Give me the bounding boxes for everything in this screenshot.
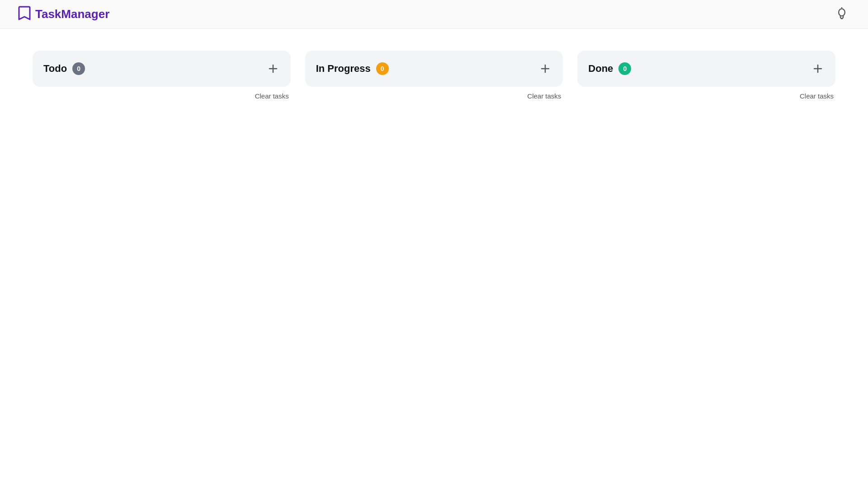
main-content: Todo 0 Clear tasks In Progress 0 bbox=[0, 29, 868, 122]
add-task-button-inprogress[interactable] bbox=[538, 62, 552, 75]
add-task-button-todo[interactable] bbox=[266, 62, 280, 75]
column-header-left-done: Done 0 bbox=[588, 62, 631, 75]
column-todo: Todo 0 Clear tasks bbox=[33, 51, 291, 100]
column-header-left-todo: Todo 0 bbox=[43, 62, 85, 75]
column-badge-done: 0 bbox=[618, 62, 631, 75]
svg-point-0 bbox=[839, 9, 845, 16]
column-badge-todo: 0 bbox=[72, 62, 85, 75]
column-card-inprogress: In Progress 0 bbox=[305, 51, 563, 87]
task-columns: Todo 0 Clear tasks In Progress 0 bbox=[33, 51, 835, 100]
column-card-done: Done 0 bbox=[577, 51, 835, 87]
header-actions bbox=[834, 5, 850, 23]
add-task-button-done[interactable] bbox=[811, 62, 825, 75]
column-title-inprogress: In Progress bbox=[316, 63, 371, 75]
clear-tasks-done[interactable]: Clear tasks bbox=[577, 92, 835, 100]
app-header: TaskManager bbox=[0, 0, 868, 29]
lightbulb-button[interactable] bbox=[834, 5, 850, 23]
app-title: TaskManager bbox=[35, 7, 109, 21]
logo-bookmark-icon bbox=[18, 6, 31, 23]
column-badge-inprogress: 0 bbox=[376, 62, 389, 75]
clear-tasks-inprogress[interactable]: Clear tasks bbox=[305, 92, 563, 100]
app-logo: TaskManager bbox=[18, 6, 109, 23]
svg-point-3 bbox=[841, 18, 842, 19]
column-inprogress: In Progress 0 Clear tasks bbox=[305, 51, 563, 100]
column-header-left-inprogress: In Progress 0 bbox=[316, 62, 389, 75]
clear-tasks-todo[interactable]: Clear tasks bbox=[33, 92, 291, 100]
column-title-done: Done bbox=[588, 63, 613, 75]
column-done: Done 0 Clear tasks bbox=[577, 51, 835, 100]
column-card-todo: Todo 0 bbox=[33, 51, 291, 87]
column-title-todo: Todo bbox=[43, 63, 67, 75]
